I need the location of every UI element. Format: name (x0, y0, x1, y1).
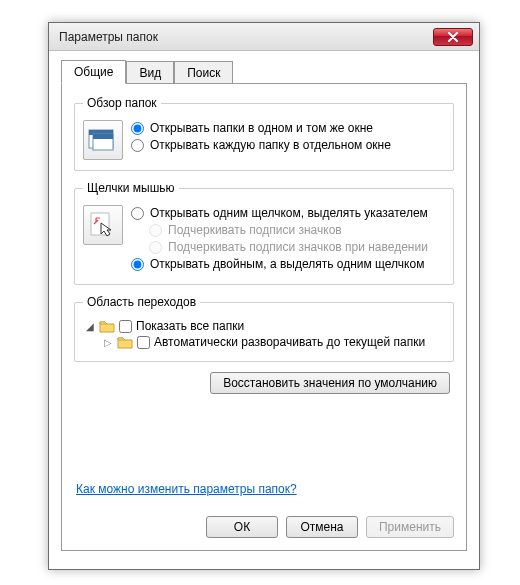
help-link[interactable]: Как можно изменить параметры папок? (76, 482, 297, 496)
tree-row-auto-expand: ▷ Автоматически разворачивать до текущей… (103, 335, 445, 349)
apply-button[interactable]: Применить (366, 516, 454, 538)
label-double-click: Открывать двойным, а выделять одним щелч… (150, 257, 424, 271)
close-button[interactable] (433, 28, 473, 46)
dialog-content: Общие Вид Поиск Обзор папок (49, 51, 479, 563)
group-browse-legend: Обзор папок (83, 96, 161, 110)
tab-panel-general: Обзор папок Открывать папки в (61, 83, 467, 551)
browse-folders-icon (83, 120, 123, 160)
group-navigation-pane: Область переходов ◢ Показать все папки ▷ (74, 295, 454, 362)
tab-view[interactable]: Вид (126, 61, 174, 85)
label-single-click: Открывать одним щелчком, выделять указат… (150, 206, 428, 220)
window-title: Параметры папок (59, 30, 433, 44)
radio-single-click[interactable] (131, 207, 144, 220)
checkbox-show-all-folders[interactable] (119, 320, 132, 333)
group-click-legend: Щелчки мышью (83, 181, 179, 195)
checkbox-auto-expand[interactable] (137, 336, 150, 349)
label-underline-hover: Подчеркивать подписи значков при наведен… (168, 240, 428, 254)
folder-icon (99, 319, 115, 333)
radio-underline-always (149, 224, 162, 237)
cancel-button[interactable]: Отмена (286, 516, 358, 538)
dialog-buttons: ОК Отмена Применить (206, 516, 454, 538)
close-icon (448, 32, 458, 42)
group-click-behavior: Щелчки мышью Открывать одним щелчком, вы… (74, 181, 454, 285)
titlebar: Параметры папок (49, 23, 479, 51)
radio-new-window[interactable] (131, 139, 144, 152)
ok-button[interactable]: ОК (206, 516, 278, 538)
folder-icon (117, 335, 133, 349)
tree-collapse-icon[interactable]: ◢ (85, 321, 95, 332)
radio-double-click[interactable] (131, 258, 144, 271)
radio-underline-hover (149, 241, 162, 254)
folder-options-dialog: Параметры папок Общие Вид Поиск Обзор па… (48, 22, 480, 570)
click-behavior-icon (83, 205, 123, 245)
tab-general[interactable]: Общие (61, 60, 126, 84)
tab-strip: Общие Вид Поиск (61, 59, 467, 83)
tree-row-show-all: ◢ Показать все папки (85, 319, 445, 333)
restore-defaults-button[interactable]: Восстановить значения по умолчанию (210, 372, 450, 394)
tab-search[interactable]: Поиск (174, 61, 233, 85)
group-nav-legend: Область переходов (83, 295, 200, 309)
svg-rect-3 (93, 134, 113, 139)
group-browse-folders: Обзор папок Открывать папки в (74, 96, 454, 171)
label-show-all-folders: Показать все папки (136, 319, 244, 333)
tree-expand-icon[interactable]: ▷ (103, 337, 113, 348)
label-same-window: Открывать папки в одном и том же окне (150, 121, 373, 135)
radio-same-window[interactable] (131, 122, 144, 135)
label-underline-always: Подчеркивать подписи значков (168, 223, 342, 237)
label-auto-expand: Автоматически разворачивать до текущей п… (154, 335, 425, 349)
label-new-window: Открывать каждую папку в отдельном окне (150, 138, 391, 152)
